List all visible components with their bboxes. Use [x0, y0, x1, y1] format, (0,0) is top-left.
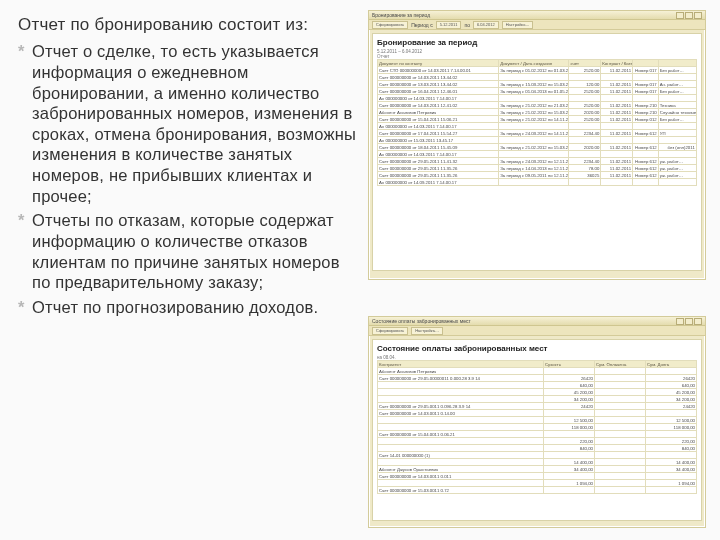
- table-row: Счет 000000000 от 29.05.00000011 0.000.2…: [378, 375, 697, 382]
- table-row: Счет 000000000 от 14.03.2011 12.41.02За …: [378, 102, 697, 109]
- table-row: Счет 000000000 от 14.03.0011 0.011: [378, 473, 697, 480]
- column-header: Сум. Долга: [645, 361, 696, 368]
- table-row: Счет 000000000 от 14.03.2011 13.44.02: [378, 74, 697, 81]
- column-header: Сухость: [543, 361, 594, 368]
- table-row: 220,00220,00: [378, 438, 697, 445]
- date-to-input[interactable]: 6.04.2012: [473, 21, 499, 29]
- asof-label: на: [377, 355, 382, 360]
- toolbar-button[interactable]: Сформировать: [372, 327, 408, 335]
- maximize-icon[interactable]: [685, 12, 693, 19]
- table-row: 34 200,0034 200,00: [378, 396, 697, 403]
- maximize-icon[interactable]: [685, 318, 693, 325]
- report-heading: Бронирование за период: [377, 38, 697, 47]
- window-titlebar: Бронирование за период: [369, 11, 705, 20]
- table-row: 118 000,00118 000,00: [378, 424, 697, 431]
- booking-table: Документ по контактуДокумент / Дата созд…: [377, 59, 697, 186]
- table-row: Ан 000000000 от 14.03.2011 7.14.00.17: [378, 151, 697, 158]
- table-row: Абонент Анализов Петрович: [378, 368, 697, 375]
- toolbar-button-settings[interactable]: Настройка…: [411, 327, 443, 335]
- period-label: Период с: [411, 22, 432, 28]
- column-header: Сум. Оплачена: [594, 361, 645, 368]
- table-row: Ан 000000000 от 14.03.2011 7.14.00.17: [378, 95, 697, 102]
- table-row: 12 500,0012 500,00: [378, 417, 697, 424]
- table-row: 1 094,001 094,00: [378, 480, 697, 487]
- table-row: Счет 14-01 000000000 (1): [378, 452, 697, 459]
- table-row: 840,00840,00: [378, 445, 697, 452]
- window-title: Бронирование за период: [372, 12, 430, 18]
- column-header: Контракт / Категория: [601, 60, 633, 67]
- toolbar: Сформировать Настройка…: [369, 326, 705, 336]
- table-row: Счет 000000000 от 29.05.0011 0.096.28 3.…: [378, 403, 697, 410]
- report-document: Бронирование за период 5.12.2011 – 6.04.…: [372, 33, 702, 271]
- table-row: Счет 000000000 от 29.05.2011 11.41.32За …: [378, 158, 697, 165]
- column-header: счет: [569, 60, 601, 67]
- bullet-3: Отчет по прогнозированию доходов.: [18, 297, 358, 318]
- text-column: Отчет по бронированию состоит из: Отчет …: [18, 14, 358, 317]
- table-row: Счет 000000000 от 17.04.2011 15.54.27За …: [378, 130, 697, 137]
- window-title: Состояние оплаты забронированных мест: [372, 318, 471, 324]
- table-row: Ан 000000000 от 15.03.2011 13.45.17: [378, 137, 697, 144]
- table-row: Счет 000000000 от 13.03.2011 13.44.02За …: [378, 81, 697, 88]
- minimize-icon[interactable]: [676, 318, 684, 325]
- toolbar-button-settings[interactable]: Настройка…: [502, 21, 534, 29]
- close-icon[interactable]: [694, 12, 702, 19]
- table-row: Счет СТО 000000000 от 14.03.2011 7.14.00…: [378, 67, 697, 74]
- asof-value: 08.04.: [383, 355, 396, 360]
- table-row: Счет 000000000 от 15.03.0011 0.72: [378, 487, 697, 494]
- report-heading: Состояние оплаты забронированных мест: [377, 344, 697, 353]
- table-row: Абонент Анализов ПетровичЗа период с 21.…: [378, 109, 697, 116]
- date-from-input[interactable]: 5.12.2011: [436, 21, 462, 29]
- table-row: Счет 000000000 от 29.05.2011 11.35.26За …: [378, 165, 697, 172]
- report-document: Состояние оплаты забронированных мест на…: [372, 339, 702, 521]
- table-row: 640,00640,00: [378, 382, 697, 389]
- screenshot-report-payment: Состояние оплаты забронированных мест Сф…: [368, 316, 706, 528]
- bullet-list: Отчет о сделке, то есть указывается инфо…: [18, 41, 358, 317]
- column-header: Контрагент: [378, 361, 544, 368]
- table-row: Ан 000000000 от 14.09.2011 7.14.00.17: [378, 179, 697, 186]
- table-row: Абонент Джунов Орынтаевич34 400,0034 400…: [378, 466, 697, 473]
- bullet-2: Отчеты по отказам, которые содержат инфо…: [18, 210, 358, 293]
- column-header: Документ по контакту: [378, 60, 499, 67]
- toolbar-button[interactable]: Сформировать: [372, 21, 408, 29]
- close-icon[interactable]: [694, 318, 702, 325]
- table-row: Счет 000000000 от 15.04.0011 0.06.21: [378, 431, 697, 438]
- table-row: Счет 000000000 от 14.03.0011 0.14.00: [378, 410, 697, 417]
- table-row: Счет 000000000 от 16.04.2011 12.46.01За …: [378, 88, 697, 95]
- payment-table: КонтрагентСухостьСум. ОплаченаСум. Долга…: [377, 360, 697, 494]
- table-row: Счет 000000000 от 18.04.2011 15.45.09За …: [378, 144, 697, 151]
- screenshot-report-booking: Бронирование за период Сформировать Пери…: [368, 10, 706, 280]
- table-row: Счет 000000000 от 15.04.2011 15.06.21За …: [378, 116, 697, 123]
- minimize-icon[interactable]: [676, 12, 684, 19]
- period-to-label: по: [464, 22, 470, 28]
- toolbar: Сформировать Период с 5.12.2011 по 6.04.…: [369, 20, 705, 30]
- table-row: 14 400,0014 400,00: [378, 459, 697, 466]
- column-header: Документ / Дата создания: [499, 60, 569, 67]
- bullet-1: Отчет о сделке, то есть указывается инфо…: [18, 41, 358, 206]
- intro-text: Отчет по бронированию состоит из:: [18, 14, 358, 35]
- table-row: Ан 000000000 от 14.03.2011 7.14.00.17: [378, 123, 697, 130]
- table-row: 45 200,0045 200,00: [378, 389, 697, 396]
- table-row: Счет 000000000 от 29.05.2011 11.35.26За …: [378, 172, 697, 179]
- window-titlebar: Состояние оплаты забронированных мест: [369, 317, 705, 326]
